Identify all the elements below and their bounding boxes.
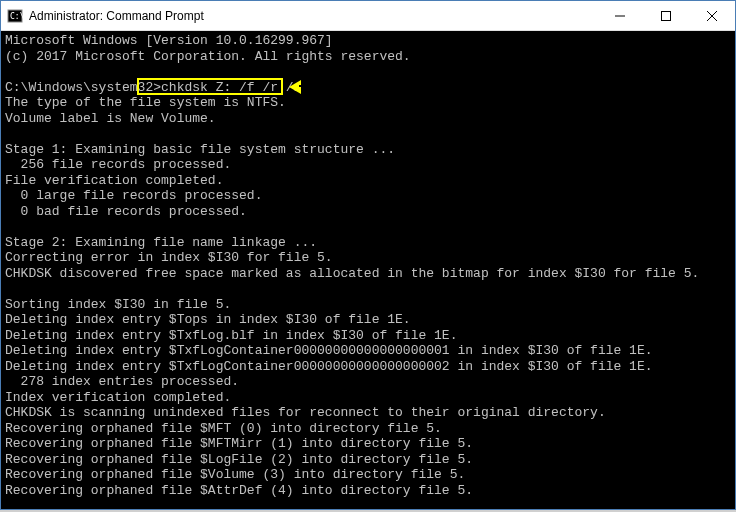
close-button[interactable] [689,1,735,30]
window-title: Administrator: Command Prompt [29,9,597,23]
maximize-button[interactable] [643,1,689,30]
prompt: C:\Windows\system32> [5,80,161,95]
cmd-icon: C:\ [7,8,23,24]
output-line: CHKDSK is scanning unindexed files for r… [5,405,606,420]
output-line: Recovering orphaned file $MFTMirr (1) in… [5,436,473,451]
output-line: The type of the file system is NTFS. [5,95,286,110]
window-controls [597,1,735,30]
output-line: Volume label is New Volume. [5,111,216,126]
output-line: Recovering orphaned file $LogFile (2) in… [5,452,473,467]
output-line: Correcting error in index $I30 for file … [5,250,333,265]
output-line: Index verification completed. [5,390,231,405]
command-input: chkdsk Z: /f /r /x [161,80,301,95]
output-line: Recovering orphaned file $AttrDef (4) in… [5,483,473,498]
output-line: Deleting index entry $TxfLogContainer000… [5,359,653,374]
output-line: Stage 2: Examining file name linkage ... [5,235,317,250]
svg-rect-3 [662,11,671,20]
svg-text:C:\: C:\ [10,12,23,21]
terminal-output[interactable]: Microsoft Windows [Version 10.0.16299.96… [1,31,735,509]
output-line: Recovering orphaned file $MFT (0) into d… [5,421,442,436]
output-line: Recovering orphaned file $Volume (3) int… [5,467,465,482]
output-line: Deleting index entry $Tops in index $I30… [5,312,411,327]
output-line: 0 bad file records processed. [5,204,247,219]
output-line: 0 large file records processed. [5,188,262,203]
output-line: 278 index entries processed. [5,374,239,389]
output-line: Stage 1: Examining basic file system str… [5,142,395,157]
output-line: Microsoft Windows [Version 10.0.16299.96… [5,33,333,48]
output-line: Deleting index entry $TxfLogContainer000… [5,343,653,358]
command-prompt-window: C:\ Administrator: Command Prompt Micros… [0,0,736,510]
minimize-button[interactable] [597,1,643,30]
output-line: 256 file records processed. [5,157,231,172]
output-line: (c) 2017 Microsoft Corporation. All righ… [5,49,411,64]
output-line: Sorting index $I30 in file 5. [5,297,231,312]
output-line: CHKDSK discovered free space marked as a… [5,266,699,281]
output-line: File verification completed. [5,173,223,188]
output-line: Deleting index entry $TxfLog.blf in inde… [5,328,457,343]
titlebar[interactable]: C:\ Administrator: Command Prompt [1,1,735,31]
